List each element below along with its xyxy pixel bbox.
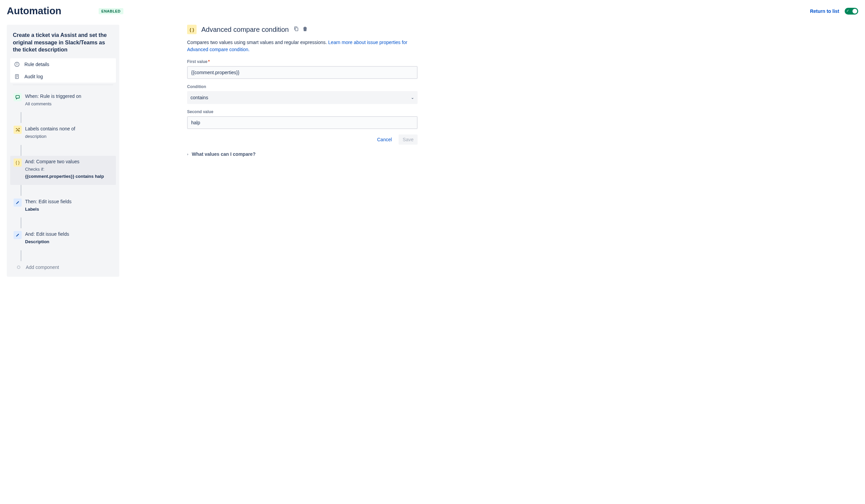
second-value-group: Second value <box>187 109 418 129</box>
rule-steps: When: Rule is triggered on All comments … <box>7 87 119 271</box>
document-icon <box>14 74 20 79</box>
expander-label: What values can I compare? <box>192 151 256 157</box>
divider <box>13 85 113 85</box>
connector <box>21 112 21 123</box>
svg-point-2 <box>17 63 17 63</box>
first-value-label: First value* <box>187 59 418 64</box>
step-sub: {{comment.properties}} contains halp <box>25 173 113 179</box>
nav-section: Rule details Audit log <box>10 58 116 83</box>
condition-value: contains <box>191 95 208 100</box>
step-action-edit-labels[interactable]: Then: Edit issue fields Labels <box>10 196 116 218</box>
header-right: Return to list ✓ <box>810 8 858 14</box>
status-badge: ENABLED <box>99 8 123 14</box>
head-actions <box>293 26 308 33</box>
comment-icon <box>13 93 22 101</box>
main-header: { } Advanced compare condition <box>187 25 418 34</box>
check-icon: ✓ <box>846 9 849 13</box>
add-component-label: Add component <box>26 265 59 270</box>
add-component-button[interactable]: Add component <box>10 261 116 271</box>
condition-select[interactable]: contains ⌄ <box>187 91 418 104</box>
page-header: Automation ENABLED Return to list ✓ <box>7 5 858 16</box>
nav-label: Audit log <box>24 74 43 79</box>
required-indicator: * <box>208 59 210 64</box>
values-expander[interactable]: › What values can I compare? <box>187 151 418 157</box>
info-icon <box>14 62 20 67</box>
step-sub: Description <box>25 239 113 245</box>
step-condition-labels[interactable]: Labels contains none of description <box>10 123 116 145</box>
condition-group: Condition contains ⌄ <box>187 84 418 104</box>
first-value-input[interactable] <box>187 66 418 79</box>
cancel-button[interactable]: Cancel <box>373 134 396 145</box>
return-to-list-link[interactable]: Return to list <box>810 9 839 14</box>
copy-icon[interactable] <box>293 26 299 33</box>
nav-audit-log[interactable]: Audit log <box>10 70 116 83</box>
pencil-icon <box>13 199 22 207</box>
toggle-knob <box>852 9 857 13</box>
braces-icon: { } <box>13 159 22 167</box>
shuffle-icon <box>13 126 22 134</box>
trash-icon[interactable] <box>302 26 308 33</box>
header-left: Automation ENABLED <box>7 5 123 16</box>
step-title: Labels contains none of <box>25 126 113 132</box>
nav-rule-details[interactable]: Rule details <box>10 58 116 70</box>
step-action-edit-description[interactable]: And: Edit issue fields Description <box>10 228 116 250</box>
save-button[interactable]: Save <box>399 134 418 145</box>
connector <box>21 250 21 261</box>
first-value-group: First value* <box>187 59 418 79</box>
connector <box>21 185 21 196</box>
step-title: And: Edit issue fields <box>25 231 113 237</box>
step-title: Then: Edit issue fields <box>25 199 113 205</box>
connector <box>21 218 21 228</box>
step-sub: Labels <box>25 206 113 212</box>
sidebar: Create a ticket via Assist and set the o… <box>7 25 119 277</box>
main-title: Advanced compare condition <box>201 26 289 34</box>
step-title: When: Rule is triggered on <box>25 93 113 99</box>
step-title: And: Compare two values <box>25 159 113 165</box>
chevron-right-icon: › <box>187 152 188 156</box>
step-trigger[interactable]: When: Rule is triggered on All comments <box>10 91 116 112</box>
svg-rect-7 <box>295 28 298 31</box>
chevron-down-icon: ⌄ <box>411 95 414 100</box>
plus-circle-icon <box>17 266 20 269</box>
step-sub-prefix: Checks if: <box>25 166 113 173</box>
form-buttons: Cancel Save <box>187 134 418 145</box>
desc-text: Compares two values using smart values a… <box>187 40 328 45</box>
second-value-label: Second value <box>187 109 418 114</box>
pencil-icon <box>13 231 22 239</box>
rule-name: Create a ticket via Assist and set the o… <box>7 30 119 58</box>
page-title: Automation <box>7 5 61 16</box>
second-value-input[interactable] <box>187 116 418 129</box>
step-sub: All comments <box>25 101 113 107</box>
step-sub: description <box>25 133 113 140</box>
step-condition-compare[interactable]: { } And: Compare two values Checks if: {… <box>10 156 116 185</box>
description-text: Compares two values using smart values a… <box>187 39 418 53</box>
nav-label: Rule details <box>24 62 49 67</box>
layout: Create a ticket via Assist and set the o… <box>7 25 858 277</box>
braces-icon: { } <box>187 25 197 34</box>
condition-label: Condition <box>187 84 418 89</box>
main-panel: { } Advanced compare condition Compares … <box>187 25 418 157</box>
rule-enabled-toggle[interactable]: ✓ <box>845 8 858 14</box>
connector <box>21 145 21 156</box>
